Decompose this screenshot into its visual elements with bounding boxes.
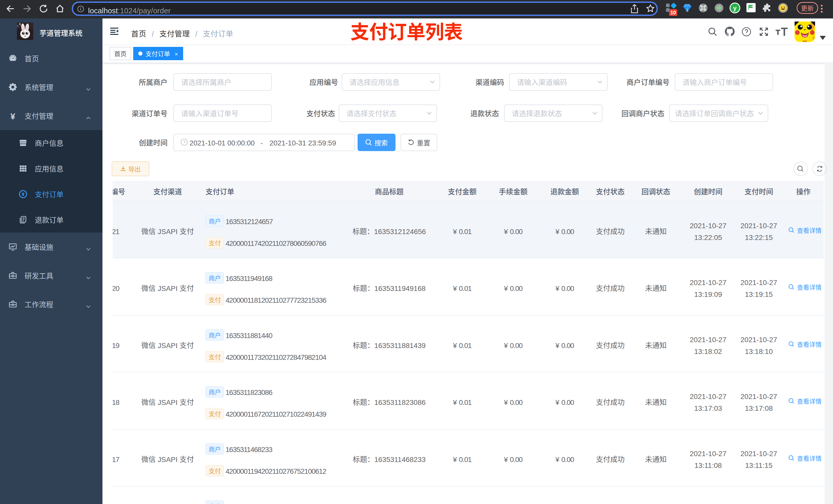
svg-text:¥: ¥ [22,192,25,197]
svg-text:y: y [733,5,737,11]
svg-text:10: 10 [670,10,676,15]
